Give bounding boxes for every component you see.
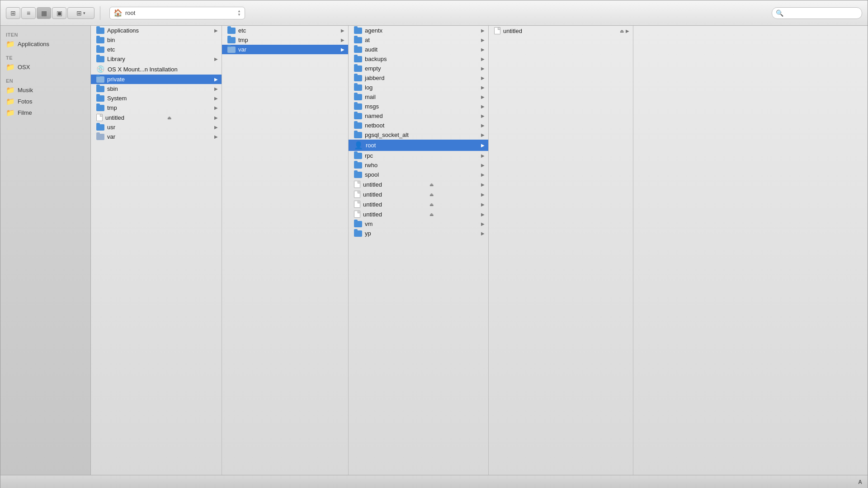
col1-applications[interactable]: Applications ▶ <box>91 26 222 35</box>
expand-arrow: ▶ <box>481 192 485 197</box>
col4-untitled[interactable]: untitled ⏏ ▶ <box>489 26 633 36</box>
col2-tmp[interactable]: tmp ▶ <box>222 35 348 45</box>
col3-netboot[interactable]: netboot ▶ <box>349 121 488 130</box>
view-buttons: ⊞ ≡ ▦ ▣ ⊞ ▾ <box>6 7 94 19</box>
col1-library[interactable]: Library ▶ <box>91 54 222 64</box>
col1-bin[interactable]: bin <box>91 35 222 45</box>
status-bar-icon: A <box>858 479 862 485</box>
item-label: mail <box>365 94 376 100</box>
col1-etc[interactable]: etc <box>91 45 222 54</box>
path-stepper[interactable]: ▲ ▼ <box>237 9 241 17</box>
folder-icon <box>96 124 104 131</box>
col3-agentx[interactable]: agentx ▶ <box>349 26 488 35</box>
eject-icon: ⏏ <box>167 115 171 120</box>
item-label: untitled <box>363 201 382 208</box>
cover-flow-button[interactable]: ▣ <box>52 7 66 19</box>
col1-private[interactable]: private ▶ <box>91 75 222 84</box>
col1-usr[interactable]: usr ▶ <box>91 122 222 132</box>
sidebar-section-en: EN <box>0 75 90 84</box>
folder-icon <box>227 37 236 43</box>
col3-spool[interactable]: spool ▶ <box>349 170 488 179</box>
col2-etc[interactable]: etc ▶ <box>222 26 348 35</box>
folder-icon <box>354 103 362 110</box>
expand-arrow: ▶ <box>481 66 485 71</box>
column-view-button[interactable]: ▦ <box>37 7 51 19</box>
sidebar-section-iten: ITEN <box>0 29 90 38</box>
col3-jabberd[interactable]: jabberd ▶ <box>349 73 488 83</box>
col3-root[interactable]: 👤 root ▶ <box>349 140 488 151</box>
path-bar[interactable]: 🏠 root ▲ ▼ <box>109 7 245 19</box>
col3-untitled4[interactable]: untitled ⏏ ▶ <box>349 209 488 219</box>
list-view-icon: ≡ <box>27 9 30 17</box>
search-input[interactable] <box>785 10 858 16</box>
list-view-button[interactable]: ≡ <box>21 7 36 19</box>
col1-system[interactable]: System ▶ <box>91 94 222 103</box>
finder-window: ⊞ ≡ ▦ ▣ ⊞ ▾ 🏠 root ▲ ▼ <box>0 0 868 488</box>
col3-vm[interactable]: vm ▶ <box>349 219 488 229</box>
status-bar-right: A <box>858 479 862 485</box>
col3-mail[interactable]: mail ▶ <box>349 92 488 102</box>
sidebar-folder-icon-fotos: 📁 <box>6 97 15 106</box>
col3-msgs[interactable]: msgs ▶ <box>349 102 488 111</box>
folder-icon <box>354 84 362 91</box>
item-label: spool <box>365 171 379 178</box>
col3-untitled3[interactable]: untitled ⏏ ▶ <box>349 199 488 209</box>
sidebar-item-musik[interactable]: 📁 Musik <box>0 84 90 96</box>
folder-icon <box>354 37 362 43</box>
col2-var[interactable]: var ▶ <box>222 45 348 54</box>
expand-arrow: ▶ <box>481 153 485 158</box>
col3-backups[interactable]: backups ▶ <box>349 54 488 64</box>
col3-audit[interactable]: audit ▶ <box>349 45 488 54</box>
item-label: jabberd <box>365 75 384 81</box>
item-label: Applications <box>107 27 139 34</box>
col3-rpc[interactable]: rpc ▶ <box>349 151 488 160</box>
col1-untitled[interactable]: untitled ⏏ ▶ <box>91 113 222 122</box>
column-1: Applications ▶ bin etc Library ▶ 💿 <box>91 26 222 475</box>
sidebar-item-fotos[interactable]: 📁 Fotos <box>0 96 90 107</box>
col1-sbin[interactable]: sbin ▶ <box>91 84 222 94</box>
col3-empty[interactable]: empty ▶ <box>349 64 488 73</box>
col3-at[interactable]: at ▶ <box>349 35 488 45</box>
col1-osx-mount[interactable]: 💿 OS X Mount...n Installation <box>91 64 222 75</box>
folder-icon <box>354 28 362 34</box>
item-label: at <box>365 37 370 43</box>
icon-view-button[interactable]: ⊞ <box>6 7 20 19</box>
eject-icon: ⏏ <box>429 202 434 207</box>
folder-icon <box>96 37 104 43</box>
item-label: usr <box>107 124 115 131</box>
expand-arrow: ▶ <box>341 28 344 33</box>
expand-arrow: ▶ <box>214 134 218 139</box>
col3-yp[interactable]: yp ▶ <box>349 229 488 238</box>
toolbar-divider <box>100 6 100 20</box>
col3-log[interactable]: log ▶ <box>349 83 488 92</box>
col1-tmp[interactable]: tmp ▶ <box>91 103 222 113</box>
columns-container: Applications ▶ bin etc Library ▶ 💿 <box>91 26 868 475</box>
item-label: System <box>107 95 127 102</box>
expand-arrow: ▶ <box>481 56 485 61</box>
folder-icon <box>354 75 362 81</box>
col1-var[interactable]: var ▶ <box>91 132 222 141</box>
folder-icon <box>354 47 362 53</box>
col3-named[interactable]: named ▶ <box>349 111 488 121</box>
file-icon <box>494 27 500 34</box>
col3-rwho[interactable]: rwho ▶ <box>349 160 488 170</box>
col3-untitled1[interactable]: untitled ⏏ ▶ <box>349 179 488 189</box>
expand-arrow: ▶ <box>481 143 485 148</box>
sidebar-item-osx[interactable]: 📁 OSX <box>0 61 90 73</box>
search-box[interactable]: 🔍 <box>772 7 862 19</box>
toolbar: ⊞ ≡ ▦ ▣ ⊞ ▾ 🏠 root ▲ ▼ <box>0 0 868 26</box>
col3-pgsql[interactable]: pgsql_socket_alt ▶ <box>349 130 488 140</box>
folder-icon <box>227 28 236 34</box>
item-label: msgs <box>365 103 379 110</box>
col3-untitled2[interactable]: untitled ⏏ ▶ <box>349 189 488 199</box>
sidebar-item-filme[interactable]: 📁 Filme <box>0 107 90 118</box>
arrange-button[interactable]: ⊞ ▾ <box>67 7 94 19</box>
folder-icon <box>96 105 104 111</box>
sidebar-item-applications[interactable]: 📁 Applications <box>0 38 90 50</box>
expand-arrow: ▶ <box>481 212 485 217</box>
folder-icon <box>96 134 104 140</box>
item-label: root <box>366 142 376 149</box>
expand-arrow: ▶ <box>481 85 485 90</box>
folder-icon <box>96 76 104 83</box>
folder-icon <box>354 113 362 119</box>
